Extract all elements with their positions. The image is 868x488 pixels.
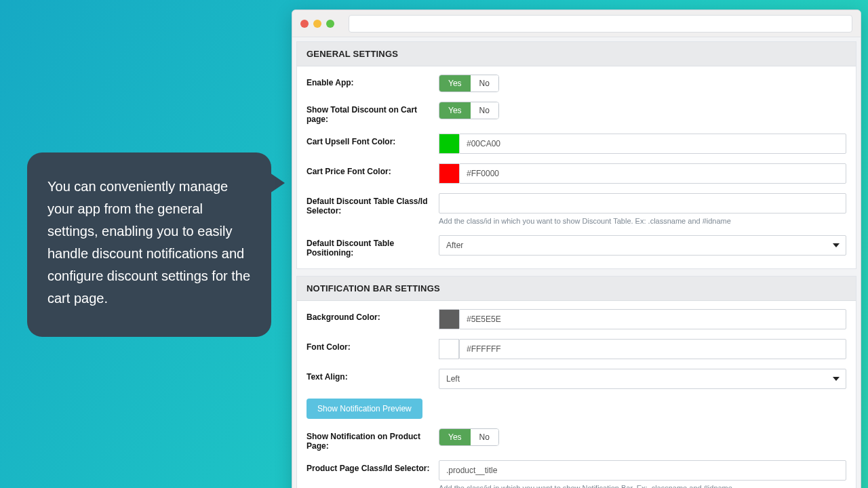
toggle-yes[interactable]: Yes [439, 102, 471, 119]
toggle-yes[interactable]: Yes [439, 429, 471, 445]
row-bg-color: Background Color: [307, 309, 846, 329]
swatch-price[interactable] [439, 163, 459, 184]
swatch-font[interactable] [439, 339, 459, 359]
callout-text: You can conveniently manage your app fro… [47, 179, 250, 306]
label-table-selector: Default Discount Table Class/Id Selector… [307, 193, 439, 216]
hex-input-font[interactable] [459, 339, 846, 359]
label-text-align: Text Align: [307, 369, 439, 382]
show-notification-preview-button[interactable]: Show Notification Preview [307, 399, 422, 419]
panel-header-general: GENERAL SETTINGS [297, 42, 856, 66]
row-show-on-product: Show Notification on Product Page: Yes N… [307, 428, 846, 451]
toggle-enable-app[interactable]: Yes No [439, 75, 499, 92]
toggle-no[interactable]: No [471, 75, 498, 92]
panel-header-notif: NOTIFICATION BAR SETTINGS [297, 277, 856, 301]
panel-notification-settings: NOTIFICATION BAR SETTINGS Background Col… [296, 276, 856, 488]
row-product-selector: Product Page Class/Id Selector: Add the … [307, 460, 846, 488]
color-input-bg [439, 309, 846, 329]
row-price-color: Cart Price Font Color: [307, 163, 846, 184]
row-preview-button: Show Notification Preview [307, 399, 846, 419]
hex-input-bg[interactable] [459, 309, 846, 329]
titlebar [292, 10, 861, 37]
row-enable-app: Enable App: Yes No [307, 75, 846, 92]
toggle-show-on-product[interactable]: Yes No [439, 428, 499, 446]
label-total-discount: Show Total Discount on Cart page: [307, 102, 439, 124]
panel-body-general: Enable App: Yes No Show Total Discount o… [297, 66, 856, 268]
label-bg-color: Background Color: [307, 309, 439, 322]
hint-product-selector: Add the class/id in which you want to sh… [439, 483, 846, 488]
label-price-color: Cart Price Font Color: [307, 163, 439, 176]
minimize-dot-icon[interactable] [313, 20, 321, 28]
input-table-selector[interactable] [439, 193, 846, 214]
label-enable-app: Enable App: [307, 75, 439, 87]
panel-body-notif: Background Color: Font Color: [297, 301, 856, 488]
toggle-no[interactable]: No [471, 102, 498, 119]
swatch-bg[interactable] [439, 309, 459, 329]
row-table-selector: Default Discount Table Class/Id Selector… [307, 193, 846, 226]
marketing-slide: You can conveniently manage your app fro… [0, 0, 868, 488]
select-table-positioning[interactable] [439, 235, 846, 256]
label-product-selector: Product Page Class/Id Selector: [307, 460, 439, 473]
color-input-font [439, 339, 846, 359]
zoom-dot-icon[interactable] [326, 20, 334, 28]
row-font-color: Font Color: [307, 339, 846, 359]
input-product-selector[interactable] [439, 460, 846, 481]
hex-input-price[interactable] [459, 163, 846, 184]
label-table-positioning: Default Discount Table Positioning: [307, 235, 439, 258]
label-font-color: Font Color: [307, 339, 439, 352]
select-text-align[interactable] [439, 369, 846, 389]
color-input-upsell [439, 134, 846, 154]
row-total-discount: Show Total Discount on Cart page: Yes No [307, 102, 846, 124]
feature-callout: You can conveniently manage your app fro… [27, 152, 271, 337]
row-table-positioning: Default Discount Table Positioning: [307, 235, 846, 258]
color-input-price [439, 163, 846, 184]
toggle-total-discount[interactable]: Yes No [439, 102, 499, 119]
panel-general-settings: GENERAL SETTINGS Enable App: Yes No Show… [296, 41, 856, 269]
close-dot-icon[interactable] [300, 20, 309, 28]
row-upsell-color: Cart Upsell Font Color: [307, 134, 846, 154]
toggle-yes[interactable]: Yes [439, 75, 471, 92]
browser-window: GENERAL SETTINGS Enable App: Yes No Show… [292, 9, 861, 488]
label-upsell-color: Cart Upsell Font Color: [307, 134, 439, 146]
url-bar[interactable] [349, 15, 852, 33]
toggle-no[interactable]: No [471, 429, 498, 445]
select-value-align[interactable] [439, 369, 846, 389]
hint-table-selector: Add the class/id in which you want to sh… [439, 216, 846, 226]
hex-input-upsell[interactable] [459, 134, 846, 154]
label-show-on-product: Show Notification on Product Page: [307, 428, 439, 451]
select-value-positioning[interactable] [439, 235, 846, 256]
swatch-upsell[interactable] [439, 134, 459, 154]
row-text-align: Text Align: [307, 369, 846, 389]
